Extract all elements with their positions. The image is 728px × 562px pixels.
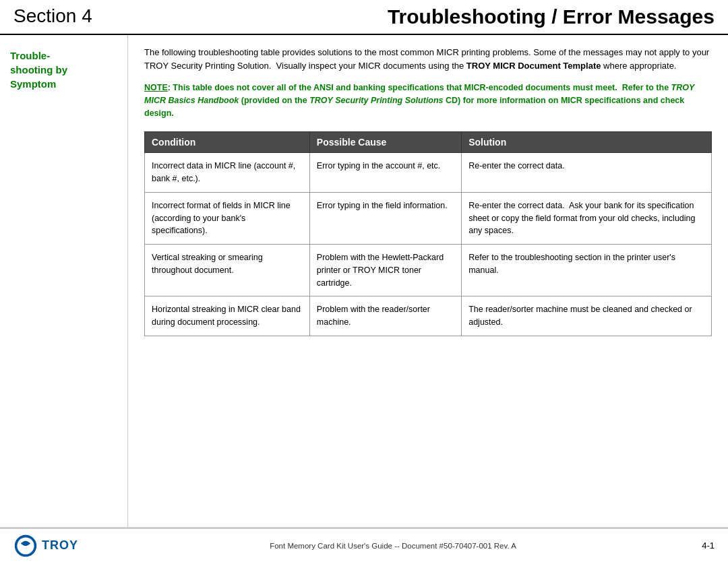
page-title: Troubleshooting / Error Messages	[121, 5, 715, 28]
table-row: Incorrect data in MICR line (account #, …	[145, 153, 712, 193]
section-label: Section 4	[13, 5, 121, 28]
table-row: Vertical streaking or smearing throughou…	[145, 245, 712, 296]
solution-cell: Refer to the troubleshooting section in …	[462, 245, 712, 296]
sidebar-heading: Trouble-shooting bySymptom	[10, 49, 117, 91]
cause-cell: Problem with the Hewlett-Packard printer…	[309, 245, 461, 296]
page-footer: TROY Font Memory Card Kit User's Guide -…	[0, 528, 728, 562]
footer-doc-info: Font Memory Card Kit User's Guide -- Doc…	[98, 542, 688, 550]
page-header: Section 4 Troubleshooting / Error Messag…	[0, 0, 728, 35]
main-content: Trouble-shooting bySymptom The following…	[0, 35, 728, 528]
footer-logo: TROY	[13, 534, 78, 558]
col-header-cause: Possible Cause	[309, 132, 461, 153]
content-area: The following troubleshooting table prov…	[128, 35, 728, 527]
note-label: NOTE	[144, 83, 168, 92]
cause-cell: Problem with the reader/sorter machine.	[309, 296, 461, 336]
footer-page-number: 4-1	[688, 540, 715, 551]
cause-cell: Error typing in the field information.	[309, 192, 461, 244]
table-row: Incorrect format of fields in MICR line …	[145, 192, 712, 244]
condition-cell: Incorrect format of fields in MICR line …	[145, 192, 310, 244]
troy-logo-icon	[13, 534, 38, 558]
sidebar: Trouble-shooting bySymptom	[0, 35, 128, 527]
condition-cell: Incorrect data in MICR line (account #, …	[145, 153, 310, 193]
col-header-condition: Condition	[145, 132, 310, 153]
note-block: NOTE: This table does not cover all of t…	[144, 82, 712, 119]
cause-cell: Error typing in the account #, etc.	[309, 153, 461, 193]
col-header-solution: Solution	[462, 132, 712, 153]
condition-cell: Vertical streaking or smearing throughou…	[145, 245, 310, 296]
svg-point-2	[23, 540, 28, 545]
cd-ref: TROY Security Printing Solutions	[309, 96, 443, 105]
intro-paragraph: The following troubleshooting table prov…	[144, 46, 712, 72]
troy-logo-text: TROY	[42, 538, 78, 553]
condition-cell: Horizontal streaking in MICR clear band …	[145, 296, 310, 336]
solution-cell: The reader/sorter machine must be cleane…	[462, 296, 712, 336]
trouble-table: Condition Possible Cause Solution Incorr…	[144, 131, 712, 336]
table-row: Horizontal streaking in MICR clear band …	[145, 296, 712, 336]
solution-cell: Re-enter the correct data.	[462, 153, 712, 193]
solution-cell: Re-enter the correct data. Ask your bank…	[462, 192, 712, 244]
